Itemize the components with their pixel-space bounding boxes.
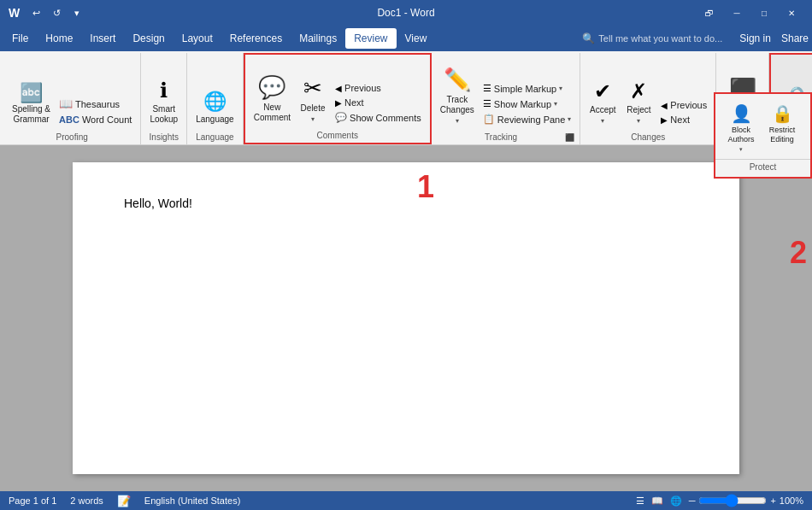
menu-bar: File Home Insert Design Layout Reference… bbox=[0, 26, 812, 51]
zoom-slider-input[interactable] bbox=[698, 495, 767, 506]
reviewingpane-icon: 📋 bbox=[483, 114, 495, 125]
blockauthors-arrow: ▾ bbox=[739, 146, 743, 153]
changes-nav: ◀ Previous ▶ Next bbox=[657, 98, 710, 126]
menu-layout[interactable]: Layout bbox=[174, 28, 221, 49]
blockauthors-button[interactable]: 👤 BlockAuthors ▾ bbox=[722, 101, 760, 155]
trackchanges-button[interactable]: ✏️ TrackChanges ▾ bbox=[437, 65, 478, 126]
zoom-in-button[interactable]: + bbox=[770, 495, 775, 506]
simplemarkup-arrow: ▾ bbox=[559, 85, 562, 92]
ribbon-group-tracking: ✏️ TrackChanges ▾ ☰ Simple Markup ▾ ☰ Sh… bbox=[432, 53, 581, 144]
menu-review[interactable]: Review bbox=[345, 28, 396, 49]
prev-change-button[interactable]: ◀ Previous bbox=[657, 98, 710, 112]
delete-arrow-icon: ▾ bbox=[311, 115, 315, 123]
ribbon: 🔤 Spelling &Grammar 📖 Thesaurus ABC Word… bbox=[0, 51, 812, 145]
newcomment-button[interactable]: 💬 NewComment bbox=[250, 73, 294, 125]
menu-mailings[interactable]: Mailings bbox=[291, 28, 345, 49]
document-page[interactable]: Hello, World! bbox=[73, 162, 739, 474]
language-button[interactable]: 🌐 Language bbox=[192, 89, 238, 126]
quick-access-toolbar: ↩ ↺ ▾ bbox=[26, 3, 86, 22]
proofing-label: Proofing bbox=[9, 130, 135, 144]
ribbon-group-language: 🌐 Language Language bbox=[187, 53, 244, 144]
insights-label: Insights bbox=[146, 130, 181, 144]
showcomments-button[interactable]: 💬 Show Comments bbox=[332, 110, 425, 125]
previous-button[interactable]: ◀ Previous bbox=[332, 81, 425, 95]
search-icon: 🔍 bbox=[582, 32, 595, 44]
window-title: Doc1 - Word bbox=[377, 7, 434, 19]
ribbon-group-proofing: 🔤 Spelling &Grammar 📖 Thesaurus ABC Word… bbox=[3, 53, 141, 144]
title-bar: W ↩ ↺ ▾ Doc1 - Word 🗗 ─ □ ✕ bbox=[0, 0, 812, 26]
reviewingpane-arrow: ▾ bbox=[568, 115, 571, 123]
wordcount-button[interactable]: ABC Word Count bbox=[56, 113, 135, 126]
restore-button[interactable]: 🗗 bbox=[697, 4, 721, 21]
close-button[interactable]: ✕ bbox=[780, 4, 803, 21]
trackchanges-arrow-icon: ▾ bbox=[456, 117, 459, 125]
view-read-icon[interactable]: 📖 bbox=[651, 495, 663, 507]
menu-home[interactable]: Home bbox=[37, 28, 81, 49]
customize-button[interactable]: ▾ bbox=[68, 3, 86, 22]
changes-label: Changes bbox=[585, 130, 710, 144]
document-area: Hello, World! bbox=[0, 145, 812, 491]
restrictediting-button[interactable]: 🔒 RestrictEditing bbox=[763, 101, 801, 155]
comments-stack: ◀ Previous ▶ Next 💬 Show Comments bbox=[332, 81, 425, 125]
spelling-grammar-button[interactable]: 🔤 Spelling &Grammar bbox=[9, 80, 54, 126]
tracking-expand-icon[interactable]: ⬛ bbox=[565, 133, 574, 142]
menu-bar-right: 🔍 Tell me what you want to do... Sign in… bbox=[582, 32, 809, 44]
protect-dropdown: 👤 BlockAuthors ▾ 🔒 RestrictEditing Prote… bbox=[714, 92, 812, 179]
minimize-button[interactable]: ─ bbox=[725, 4, 749, 21]
accept-button[interactable]: ✔ Accept ▾ bbox=[585, 78, 620, 126]
language-status: English (United States) bbox=[144, 495, 241, 506]
reviewingpane-button[interactable]: 📋 Reviewing Pane ▾ bbox=[480, 112, 575, 126]
comments-label: Comments bbox=[250, 128, 425, 143]
zoom-out-button[interactable]: ─ bbox=[689, 495, 696, 506]
redo-button[interactable]: ↺ bbox=[47, 3, 66, 22]
accept-icon: ✔ bbox=[594, 79, 611, 103]
title-bar-left: W ↩ ↺ ▾ bbox=[9, 3, 86, 22]
restrictediting-icon: 🔒 bbox=[772, 103, 793, 124]
language-buttons: 🌐 Language bbox=[192, 55, 238, 130]
delete-button[interactable]: ✂ Delete ▾ bbox=[296, 73, 330, 125]
next-change-icon: ▶ bbox=[661, 115, 668, 125]
newcomment-icon: 💬 bbox=[258, 74, 285, 101]
app-wrapper: W ↩ ↺ ▾ Doc1 - Word 🗗 ─ □ ✕ File Home In… bbox=[0, 0, 812, 510]
maximize-button[interactable]: □ bbox=[752, 4, 776, 21]
smartlookup-icon: ℹ bbox=[160, 79, 168, 103]
showmarkup-arrow: ▾ bbox=[554, 100, 557, 108]
showcomments-icon: 💬 bbox=[335, 112, 347, 123]
menu-file[interactable]: File bbox=[3, 28, 37, 49]
zoom-controls: ─ + 100% bbox=[689, 495, 803, 506]
view-web-icon[interactable]: 🌐 bbox=[670, 495, 682, 507]
status-bar-right: ☰ 📖 🌐 ─ + 100% bbox=[636, 495, 803, 507]
share-button[interactable]: Share bbox=[781, 32, 809, 44]
trackchanges-icon: ✏️ bbox=[444, 67, 471, 93]
proofing-small-buttons: 📖 Thesaurus ABC Word Count bbox=[56, 96, 135, 126]
blockauthors-icon: 👤 bbox=[731, 103, 752, 124]
wordcount-icon: ABC bbox=[59, 114, 79, 125]
protect-dropdown-label: Protect bbox=[715, 159, 810, 173]
annotation-2: 2 bbox=[790, 235, 807, 271]
page-info: Page 1 of 1 bbox=[9, 495, 56, 506]
next-change-button[interactable]: ▶ Next bbox=[657, 113, 710, 126]
ribbon-group-insights: ℹ SmartLookup Insights bbox=[141, 53, 187, 144]
view-normal-icon[interactable]: ☰ bbox=[636, 495, 644, 507]
menu-design[interactable]: Design bbox=[124, 28, 173, 49]
language-label: Language bbox=[192, 130, 238, 144]
reject-button[interactable]: ✗ Reject ▾ bbox=[621, 78, 656, 126]
search-label: Tell me what you want to do... bbox=[598, 33, 722, 44]
zoom-level: 100% bbox=[780, 495, 803, 506]
previous-icon: ◀ bbox=[335, 84, 342, 93]
sign-in-button[interactable]: Sign in bbox=[739, 32, 771, 44]
simplemarkup-icon: ☰ bbox=[483, 83, 491, 94]
simplemarkup-button[interactable]: ☰ Simple Markup ▾ bbox=[480, 81, 575, 96]
menu-references[interactable]: References bbox=[221, 28, 291, 49]
insights-buttons: ℹ SmartLookup bbox=[146, 55, 181, 130]
next-button[interactable]: ▶ Next bbox=[332, 96, 425, 109]
prev-change-icon: ◀ bbox=[661, 101, 668, 110]
annotation-1: 1 bbox=[417, 169, 434, 205]
undo-button[interactable]: ↩ bbox=[26, 3, 45, 22]
delete-icon: ✂ bbox=[303, 75, 322, 102]
menu-insert[interactable]: Insert bbox=[81, 28, 124, 49]
thesaurus-button[interactable]: 📖 Thesaurus bbox=[56, 96, 135, 112]
smartlookup-button[interactable]: ℹ SmartLookup bbox=[146, 77, 181, 126]
showmarkup-button[interactable]: ☰ Show Markup ▾ bbox=[480, 97, 575, 111]
menu-view[interactable]: View bbox=[397, 28, 436, 49]
